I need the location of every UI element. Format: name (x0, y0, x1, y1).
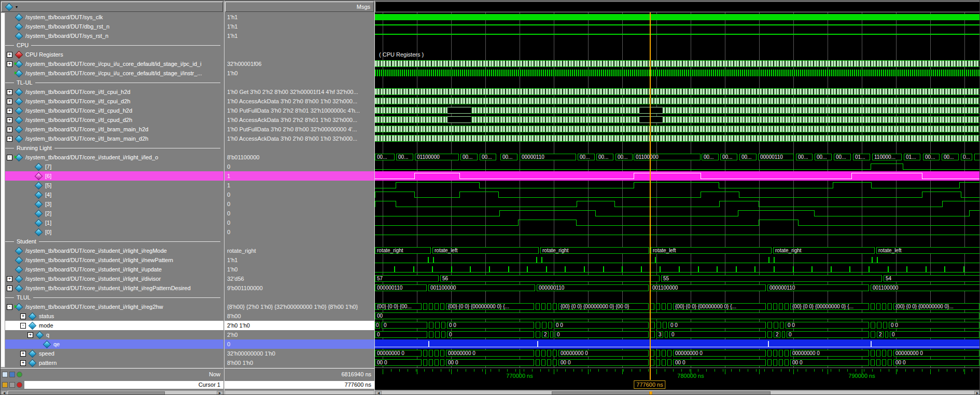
expand-toggle[interactable]: + (7, 108, 12, 114)
signal-row-dbg-rst-n[interactable]: /system_tb/board/DUT/dbg_rst_n (1, 22, 223, 31)
left-horizontal-scrollbar[interactable]: ◀ ▶ (1, 390, 223, 395)
wave-row-tl-cpud-d2h (375, 115, 980, 125)
group-divider-tlul[interactable]: TLUL (1, 293, 223, 302)
divider-label: Student (17, 237, 36, 246)
cursor-time-field[interactable]: 777600 ns (225, 381, 374, 389)
signal-icon (15, 284, 23, 292)
wave-row-mode: 000 00 00 00 00 0 (375, 321, 980, 330)
signal-icon (15, 106, 23, 115)
group-divider-student[interactable]: Student (1, 237, 223, 246)
signal-row-instr[interactable]: /system_tb/board/DUT/core_i/cpu_i/u_core… (1, 69, 223, 78)
signal-row-5[interactable]: [5] (1, 181, 223, 190)
signal-menu-button[interactable]: ▾ (5, 4, 18, 10)
signal-row-cpu-registers[interactable]: +CPU Registers (1, 50, 223, 59)
lock-icon[interactable] (2, 382, 8, 388)
signal-row-regpatterndesired[interactable]: +/system_tb/board/DUT/core_i/student_i/r… (1, 283, 223, 293)
signal-icon (15, 13, 23, 21)
signal-value-3: 0 (225, 199, 374, 209)
expand-toggle[interactable]: + (7, 89, 12, 95)
left-scroll-thumb[interactable] (8, 391, 165, 395)
cursor-line[interactable] (650, 12, 651, 367)
signal-row-tl-cpud-h2d[interactable]: +/system_tb/board/DUT/core_i/tl_cpud_h2d (1, 106, 223, 115)
signal-row-tl-cpui-d2h[interactable]: +/system_tb/board/DUT/core_i/tl_cpui_d2h (1, 97, 223, 106)
cursor-name-field[interactable]: Cursor 1 (24, 381, 223, 389)
expand-toggle[interactable]: + (7, 285, 12, 291)
expand-toggle[interactable]: + (7, 52, 12, 58)
signal-row-4[interactable]: [4] (1, 190, 223, 199)
signal-row-2[interactable]: [2] (1, 209, 223, 218)
expand-toggle[interactable]: + (7, 127, 12, 132)
wave-row-2 (375, 209, 980, 218)
expand-toggle[interactable]: - (7, 304, 12, 310)
expand-toggle[interactable]: + (20, 351, 26, 357)
signal-row-newpattern[interactable]: /system_tb/board/DUT/core_i/student_i/rl… (1, 255, 223, 265)
timeline-ruler[interactable]: 770000 ns780000 ns790000 ns (375, 368, 980, 380)
scroll-left-arrow[interactable]: ◀ (1, 391, 7, 395)
expand-toggle[interactable]: + (27, 332, 33, 338)
group-divider-running-light[interactable]: Running Light (1, 143, 223, 153)
signal-row-reg2hw[interactable]: -/system_tb/board/DUT/core_i/student_i/r… (1, 302, 223, 311)
signal-name: [6] (45, 171, 51, 181)
signal-row-sys-clk[interactable]: /system_tb/board/DUT/sys_clk (1, 12, 223, 22)
add-cursor-icon[interactable] (17, 372, 22, 377)
window-icon[interactable] (9, 372, 15, 377)
wrench-icon[interactable] (9, 382, 15, 388)
signal-row-regmode[interactable]: /system_tb/board/DUT/core_i/student_i/rl… (1, 246, 223, 255)
scroll-right-arrow[interactable]: ▶ (217, 391, 223, 395)
signal-row-qe[interactable]: qe (1, 339, 223, 349)
waveform-panel[interactable]: ( CPU Registers )00...00...0110000000...… (374, 1, 980, 395)
signal-row-tl-bram-main-h2d[interactable]: +/system_tb/board/DUT/core_i/tl_bram_mai… (1, 125, 223, 134)
signal-row-tl-bram-main-d2h[interactable]: +/system_tb/board/DUT/core_i/tl_bram_mai… (1, 134, 223, 143)
signal-row-7[interactable]: [7] (1, 162, 223, 171)
delete-cursor-icon[interactable] (17, 382, 22, 388)
cursor-row-value: 777600 ns (225, 380, 374, 390)
signal-row-q[interactable]: +q (1, 330, 223, 339)
wave-scroll-thumb[interactable] (552, 391, 771, 395)
cursor-track[interactable]: 777600 ns (375, 380, 980, 390)
signal-value-regpatterndesired: 9'b001100000 (225, 283, 374, 293)
signal-icon (35, 190, 43, 199)
group-divider-cpu[interactable]: CPU (1, 40, 223, 50)
signal-row-mode[interactable]: -mode (1, 321, 223, 330)
tree-vertical-scrollbar[interactable] (1, 12, 5, 367)
signal-value-newpattern: 1'h1 (225, 255, 374, 265)
signal-row-6[interactable]: [6] (1, 171, 223, 181)
signal-name: /system_tb/board/DUT/core_i/student_i/rl… (25, 153, 158, 162)
expand-toggle[interactable]: + (7, 61, 12, 67)
signal-row-0[interactable]: [0] (1, 227, 223, 237)
wave-row-cpu-registers: ( CPU Registers ) (375, 50, 980, 59)
signal-row-pc-id-i[interactable]: +/system_tb/board/DUT/core_i/cpu_i/u_cor… (1, 59, 223, 69)
signal-row-tl-cpui-h2d[interactable]: +/system_tb/board/DUT/core_i/tl_cpui_h2d (1, 87, 223, 97)
cursor-time-badge[interactable]: 777600 ns (634, 380, 665, 389)
expand-toggle[interactable]: - (7, 155, 12, 160)
signal-row-pattern[interactable]: +pattern (1, 358, 223, 367)
expand-toggle[interactable]: + (7, 276, 12, 282)
signal-row-status[interactable]: +status (1, 311, 223, 321)
signal-row-sys-rst-n[interactable]: /system_tb/board/DUT/sys_rst_n (1, 31, 223, 40)
values-horizontal-scrollbar[interactable] (225, 390, 374, 395)
wave-scroll-left-arrow[interactable]: ◀ (375, 391, 382, 395)
wave-horizontal-scrollbar[interactable]: ◀ ▶ (375, 390, 980, 395)
group-divider-tl-ul[interactable]: TL-UL (1, 78, 223, 87)
expand-toggle[interactable]: + (20, 360, 26, 366)
signal-row-1[interactable]: [1] (1, 218, 223, 227)
signal-row-speed[interactable]: +speed (1, 349, 223, 358)
expand-toggle[interactable]: + (20, 314, 26, 319)
signal-icon (29, 349, 37, 358)
signal-value-1: 0 (225, 218, 374, 227)
expand-toggle[interactable]: + (7, 136, 12, 142)
signal-row-3[interactable]: [3] (1, 199, 223, 209)
expand-toggle[interactable]: - (20, 323, 26, 329)
cursor-row-left: Cursor 1 (1, 380, 223, 390)
signal-value-q: 2'h0 (225, 330, 374, 339)
signal-row-tl-cpud-d2h[interactable]: +/system_tb/board/DUT/core_i/tl_cpud_d2h (1, 115, 223, 125)
signal-row-led-o[interactable]: -/system_tb/board/DUT/core_i/student_i/r… (1, 153, 223, 162)
signal-row-divisor[interactable]: +/system_tb/board/DUT/core_i/student_i/r… (1, 274, 223, 283)
signal-row-update[interactable]: /system_tb/board/DUT/core_i/student_i/rl… (1, 265, 223, 274)
expand-toggle[interactable]: + (7, 99, 12, 104)
expand-toggle[interactable]: + (7, 117, 12, 123)
wave-scroll-right-arrow[interactable]: ▶ (974, 391, 980, 395)
signal-value-cpu (225, 40, 374, 50)
wave-row-led-o: 00...00...0110000000...00...00...0000011… (375, 153, 980, 162)
export-icon[interactable] (2, 372, 8, 377)
